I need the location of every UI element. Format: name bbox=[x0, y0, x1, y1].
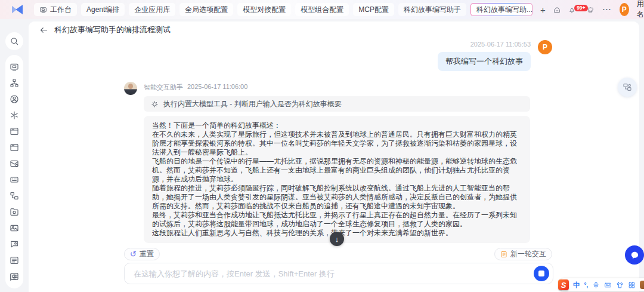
assistant-name: 智能交互助手 bbox=[144, 83, 183, 92]
user-message-row: P 2025-06-17 11:05:53 帮我编写一个科幻故事 bbox=[124, 38, 552, 71]
user-name-label: 用户名称 bbox=[637, 0, 644, 20]
top-navigation-bar: 工作台 Agent编排 企业应用库 全局选项配置 模型对接配置 模型组合配置 M… bbox=[0, 0, 644, 19]
plugin-snowflake-icon[interactable] bbox=[10, 110, 19, 120]
story-paragraph: 飞船的目的地是一个传说中的行星——尤托比亚，据说那里拥有无尽的资源和神秘的能量源… bbox=[152, 157, 522, 184]
assistant-message-header: 智能交互助手 2025-06-17 11:06:00 bbox=[144, 83, 530, 92]
search-icon bbox=[10, 36, 19, 46]
tab-mcp-config[interactable]: MCP配置 bbox=[353, 3, 394, 16]
collapse-menu-icon[interactable] bbox=[9, 272, 19, 282]
chat-widget-bubble-icon bbox=[630, 250, 640, 260]
tab-model-combination-config[interactable]: 模型组合配置 bbox=[295, 3, 349, 16]
mail-config-icon[interactable] bbox=[10, 159, 19, 168]
new-round-label: 新一轮交互 bbox=[510, 249, 546, 259]
folder-config-icon[interactable] bbox=[10, 207, 19, 217]
skin-shirt-icon[interactable] bbox=[616, 281, 624, 289]
page-title: 科幻故事编写助手的编排流程测试 bbox=[54, 24, 171, 35]
user-message-bubble: 帮我编写一个科幻故事 bbox=[438, 52, 531, 71]
chat-widget-button[interactable] bbox=[625, 245, 644, 265]
toolbox-grid-icon[interactable] bbox=[628, 281, 636, 289]
tab-global-options-config[interactable]: 全局选项配置 bbox=[179, 3, 233, 16]
down-arrow-icon: ↓ bbox=[335, 235, 339, 244]
tab-agent-orchestration[interactable]: Agent编排 bbox=[81, 3, 125, 16]
tab-label: 科幻故事编写助手 bbox=[404, 5, 461, 15]
assistant-message-1: 智能交互助手 2025-06-17 11:06:00 执行内置大模型工具 - 判… bbox=[124, 82, 552, 243]
ime-toolbar: S 中 °, bbox=[561, 278, 644, 291]
ime-keyboard-icon[interactable] bbox=[604, 281, 612, 289]
user-chat-avatar: P bbox=[538, 40, 552, 54]
list-icon[interactable] bbox=[10, 256, 19, 265]
reset-label: 重置 bbox=[140, 249, 154, 259]
workflow-icon[interactable] bbox=[10, 191, 19, 201]
scroll-to-bottom-button[interactable]: ↓ bbox=[330, 232, 344, 246]
ime-punctuation-button[interactable]: °, bbox=[584, 282, 589, 288]
tab-enterprise-app-library[interactable]: 企业应用库 bbox=[129, 3, 175, 16]
notification-badge: 99+ bbox=[574, 5, 587, 11]
story-output-panel: 当然！下面是一个简单的科幻故事概述：在不久的未来，人类实现了星际旅行，但这项技术… bbox=[144, 116, 530, 243]
workflow-float-button[interactable] bbox=[618, 78, 637, 97]
tab-label: 模型对接配置 bbox=[243, 5, 286, 15]
tab-label: Agent编排 bbox=[86, 5, 119, 15]
screen-icon[interactable] bbox=[10, 62, 19, 72]
workflow-float-icon bbox=[623, 82, 632, 92]
user-avatar[interactable]: P bbox=[620, 3, 629, 16]
sidebar-icon-rail bbox=[5, 55, 23, 288]
stop-button[interactable] bbox=[534, 266, 549, 281]
page-subheader: 科幻故事编写助手的编排流程测试 bbox=[29, 21, 639, 38]
story-paragraph: 最终，艾莉莎和亚当合作成功地让飞船抵达尤托比亚，并揭示了行星上真正存在的超自然力… bbox=[152, 211, 522, 229]
tool-status-text: 执行内置大模型工具 - 判断用户输入是否为科幻故事概要 bbox=[163, 99, 342, 109]
chat-user-icon[interactable] bbox=[10, 239, 19, 249]
story-paragraph: 在不久的未来，人类实现了星际旅行，但这项技术并未被普及到地球上的普通居民。只有拥… bbox=[152, 130, 522, 157]
tab-label: 企业应用库 bbox=[134, 5, 170, 15]
left-icon-sidebar bbox=[0, 21, 29, 292]
tab-label: 全局选项配置 bbox=[185, 5, 228, 15]
keyboard-icon[interactable] bbox=[10, 175, 19, 185]
tab-model-connection-config[interactable]: 模型对接配置 bbox=[237, 3, 291, 16]
tab-label: 工作台 bbox=[50, 5, 72, 15]
tab-label: 模型组合配置 bbox=[301, 5, 343, 15]
gear-icon bbox=[151, 100, 159, 108]
chat-message-area: P 2025-06-17 11:05:53 帮我编写一个科幻故事 智能交互助手 … bbox=[124, 38, 552, 247]
app-window-2-icon[interactable] bbox=[10, 143, 19, 152]
new-tab-button[interactable]: + bbox=[537, 5, 549, 15]
story-paragraph: 随着旅程的推进，艾莉莎必须隐匿行踪，同时破解飞船控制系统以改变航线。通过飞船上先… bbox=[152, 184, 522, 211]
tab-workspace[interactable]: 工作台 bbox=[34, 3, 77, 16]
search-button[interactable] bbox=[5, 32, 23, 50]
sogou-logo[interactable]: S bbox=[558, 279, 569, 290]
chat-footer-actions: ↺ 重置 新一轮交互 bbox=[124, 248, 552, 260]
ime-mode-button[interactable]: 中 bbox=[573, 281, 580, 290]
new-round-button[interactable]: 新一轮交互 bbox=[494, 248, 552, 260]
chef-hat-icon[interactable] bbox=[587, 5, 594, 15]
tab-scifi-assistant[interactable]: 科幻故事编写助手 bbox=[398, 3, 466, 16]
user-message-timestamp: 2025-06-17 11:05:53 bbox=[470, 41, 531, 48]
user-menu[interactable]: 用户名称 bbox=[637, 0, 644, 20]
media-config-icon[interactable] bbox=[10, 223, 19, 233]
stop-icon bbox=[538, 271, 544, 276]
reset-icon: ↺ bbox=[130, 250, 137, 258]
story-paragraph: 当然！下面是一个简单的科幻故事概述： bbox=[152, 121, 522, 130]
tab-label: MCP配置 bbox=[358, 5, 389, 15]
workspace-icon bbox=[39, 6, 47, 14]
tab-label: 科幻故事编写助... bbox=[476, 5, 532, 15]
app-window-icon[interactable] bbox=[10, 127, 19, 136]
message-input-bar bbox=[124, 263, 553, 284]
reset-button[interactable]: ↺ 重置 bbox=[124, 248, 160, 260]
app-logo-icon bbox=[11, 4, 24, 15]
assistant-avatar bbox=[124, 82, 137, 95]
tab-scifi-assistant-active[interactable]: 科幻故事编写助... bbox=[470, 3, 532, 16]
home-icon[interactable] bbox=[553, 5, 561, 15]
agent-icon[interactable] bbox=[10, 94, 19, 104]
tool-execution-bar[interactable]: 执行内置大模型工具 - 判断用户输入是否为科幻故事概要 bbox=[144, 96, 530, 112]
message-input[interactable] bbox=[134, 269, 534, 278]
mic-icon[interactable] bbox=[592, 281, 600, 289]
assistant-timestamp: 2025-06-17 11:06:00 bbox=[187, 83, 247, 92]
topbar-right-actions: 99+ ⋯ P 用户名称 bbox=[553, 0, 644, 20]
new-round-icon bbox=[500, 251, 507, 258]
emoji-icon[interactable] bbox=[640, 281, 644, 289]
more-icon[interactable]: ⋯ bbox=[602, 4, 612, 15]
bell-icon[interactable]: 99+ bbox=[568, 5, 575, 15]
org-chart-icon[interactable] bbox=[10, 78, 19, 88]
back-arrow-icon[interactable] bbox=[39, 26, 48, 35]
